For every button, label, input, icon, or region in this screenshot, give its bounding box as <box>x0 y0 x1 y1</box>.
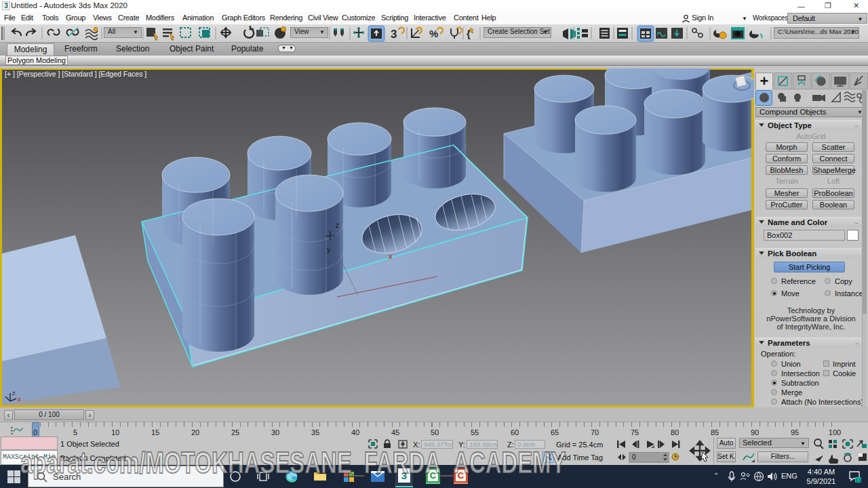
svg-text:13: 13 <box>856 478 861 483</box>
svg-text:z: z <box>12 390 16 396</box>
svg-text:z: z <box>336 222 339 229</box>
svg-text:3: 3 <box>391 28 397 41</box>
svg-text:y: y <box>327 246 330 253</box>
svg-text:x: x <box>389 253 393 260</box>
svg-text:[+ ] [Perspective ] [Standa: [+ ] [Perspective ] [Standard ] [Edged F… <box>5 70 146 78</box>
svg-text:x: x <box>18 396 21 403</box>
